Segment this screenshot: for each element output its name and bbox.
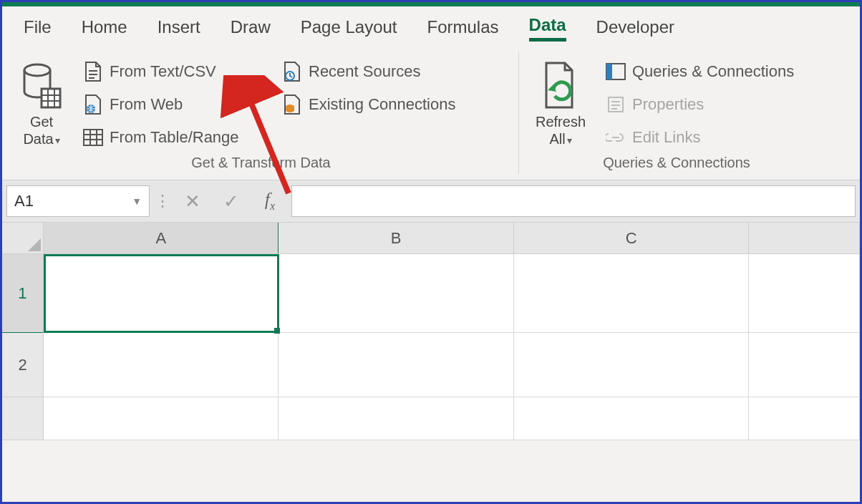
tab-formulas[interactable]: Formulas [427, 17, 499, 40]
cell-d2[interactable] [749, 333, 860, 397]
from-text-csv-button[interactable]: From Text/CSV [79, 59, 273, 84]
from-web-label: From Web [110, 95, 183, 114]
tab-home[interactable]: Home [82, 17, 127, 40]
cell-d3[interactable] [749, 397, 860, 440]
column-header-b[interactable]: B [279, 223, 513, 253]
link-icon [605, 127, 626, 148]
column-header-a[interactable]: A [44, 223, 279, 253]
group-label-queries-connections: Queries & Connections [525, 150, 828, 171]
tab-draw[interactable]: Draw [231, 17, 271, 40]
svg-rect-1 [42, 89, 60, 107]
row-2: 2 [2, 333, 860, 397]
properties-button: Properties [602, 92, 824, 117]
tab-insert[interactable]: Insert [158, 17, 200, 40]
queries-connections-label: Queries & Connections [632, 62, 794, 81]
connection-file-icon [281, 94, 303, 115]
row-header-3[interactable] [2, 397, 44, 440]
edit-links-button: Edit Links [602, 125, 824, 150]
ribbon-tabs: File Home Insert Draw Page Layout Formul… [2, 6, 860, 49]
properties-icon [605, 94, 626, 115]
existing-connections-button[interactable]: Existing Connections [279, 92, 493, 117]
side-pane-icon [605, 61, 626, 82]
text-file-icon [82, 61, 104, 82]
formula-input[interactable] [291, 185, 856, 217]
tab-page-layout[interactable]: Page Layout [301, 17, 397, 40]
name-box-value: A1 [14, 192, 34, 210]
table-icon [82, 127, 104, 148]
existing-connections-label: Existing Connections [309, 95, 455, 114]
from-web-button[interactable]: From Web [79, 92, 273, 117]
tab-developer[interactable]: Developer [596, 17, 674, 40]
check-icon: ✓ [223, 190, 239, 213]
svg-point-0 [24, 64, 50, 76]
worksheet-grid: A B C 1 2 [2, 223, 860, 440]
name-box[interactable]: A1 ▼ [6, 185, 150, 217]
refresh-all-label: Refresh All▾ [536, 113, 586, 147]
globe-file-icon [82, 94, 104, 115]
group-queries-connections: Refresh All▾ Queries & Connections Prope… [519, 52, 834, 174]
insert-function-button[interactable]: fx [253, 185, 287, 217]
cell-b3[interactable] [279, 397, 513, 440]
chevron-down-icon: ▾ [567, 135, 572, 146]
chevron-down-icon: ▾ [55, 135, 60, 146]
ribbon: Get Data▾ From Text/CSV From Web [2, 49, 860, 177]
tab-file[interactable]: File [24, 17, 52, 40]
clock-file-icon [281, 61, 303, 82]
cell-b2[interactable] [279, 333, 513, 397]
cell-c2[interactable] [514, 333, 749, 397]
chevron-down-icon: ▼ [132, 195, 142, 207]
cell-d1[interactable] [749, 254, 860, 333]
row-1: 1 [2, 254, 860, 333]
enter-formula-button[interactable]: ✓ [214, 185, 248, 217]
get-data-label: Get Data▾ [23, 113, 59, 147]
row-header-2[interactable]: 2 [2, 333, 44, 397]
refresh-all-button[interactable]: Refresh All▾ [525, 56, 596, 150]
column-header-c[interactable]: C [514, 223, 749, 253]
from-table-range-label: From Table/Range [110, 128, 239, 147]
close-icon: ✕ [185, 190, 200, 213]
name-box-separator: ⋮ [154, 185, 171, 217]
from-text-csv-label: From Text/CSV [110, 62, 216, 81]
edit-links-label: Edit Links [632, 128, 700, 147]
cell-b1[interactable] [279, 254, 514, 333]
group-label-get-transform: Get & Transform Data [9, 150, 513, 171]
cell-c3[interactable] [514, 397, 749, 440]
queries-connections-button[interactable]: Queries & Connections [602, 59, 824, 84]
svg-rect-10 [84, 130, 102, 145]
row-3 [2, 397, 860, 440]
tab-data[interactable]: Data [529, 15, 566, 42]
cell-a3[interactable] [44, 397, 279, 440]
recent-sources-label: Recent Sources [309, 62, 421, 81]
svg-rect-19 [606, 64, 612, 79]
cancel-formula-button[interactable]: ✕ [175, 185, 210, 217]
database-icon [21, 62, 62, 113]
recent-sources-button[interactable]: Recent Sources [279, 59, 493, 84]
group-get-transform: Get Data▾ From Text/CSV From Web [4, 52, 519, 174]
select-all-corner[interactable] [2, 223, 44, 253]
row-header-1[interactable]: 1 [2, 254, 44, 333]
column-headers: A B C [2, 223, 860, 254]
properties-label: Properties [632, 95, 704, 114]
refresh-icon [541, 62, 581, 113]
cell-a2[interactable] [44, 333, 279, 397]
fx-icon: fx [265, 189, 275, 213]
formula-bar: A1 ▼ ⋮ ✕ ✓ fx [2, 180, 860, 223]
cell-c1[interactable] [514, 254, 749, 333]
column-header-d[interactable] [749, 223, 860, 253]
from-table-range-button[interactable]: From Table/Range [79, 125, 273, 150]
cell-a1[interactable] [44, 254, 279, 333]
get-data-button[interactable]: Get Data▾ [9, 56, 74, 150]
